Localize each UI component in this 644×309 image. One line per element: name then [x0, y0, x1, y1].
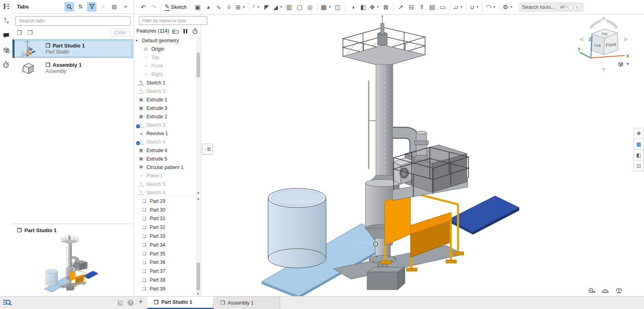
part-row-part-34[interactable]: ❏Part 34	[134, 241, 201, 249]
linear-pattern-button[interactable]: ▦▼	[320, 2, 332, 12]
add-tab-button[interactable]: +	[138, 297, 143, 306]
thicken-button[interactable]: ⊞▼	[234, 2, 247, 12]
feature-filter-input[interactable]	[139, 16, 207, 25]
feature-extrude-5[interactable]: ▣Extrude 5	[134, 154, 201, 163]
analytics-button[interactable]	[2, 61, 10, 69]
delete-face-button[interactable]: ⊟	[406, 2, 417, 12]
units-settings-button[interactable]: ◱	[118, 299, 123, 306]
feature-front[interactable]: ▱Front	[134, 62, 201, 70]
filter-part-studio-icon[interactable]: ❐	[17, 29, 22, 36]
draft-button[interactable]: ◢▼	[272, 2, 284, 12]
bottom-tab-assembly-1[interactable]: ❒Assembly 1	[214, 297, 280, 309]
suppress-rollback-button[interactable]	[182, 28, 188, 34]
versions-and-history-button[interactable]	[2, 3, 10, 11]
help-button[interactable]: ?	[128, 300, 134, 306]
bottom-tab-part-studio-1[interactable]: ❐Part Studio 1	[147, 297, 214, 309]
scrollbar-thumb[interactable]	[196, 262, 200, 290]
release-management-button[interactable]	[2, 47, 10, 55]
view-options-button[interactable]: ▼	[617, 60, 630, 68]
sweep-button[interactable]: ∿	[213, 2, 224, 12]
document-tab-part-studio-1[interactable]: ❐Part Studio 1Part Studio	[13, 39, 133, 58]
feature-sketch-4[interactable]: ✎–Sketch 4	[134, 138, 201, 146]
feature-sketch-6[interactable]: ✎Sketch 6	[134, 188, 201, 196]
offset-surface-button[interactable]: ▤	[427, 2, 438, 12]
curve-button[interactable]: ∪▼	[469, 2, 480, 12]
named-views-panel-button[interactable]: ◧	[634, 150, 644, 161]
hole-button[interactable]: ◎	[305, 2, 315, 12]
split-button[interactable]: ◧	[358, 2, 368, 12]
revolve-button[interactable]: ◕	[203, 2, 213, 12]
feature-extrude-3[interactable]: ▣Extrude 3	[134, 104, 201, 112]
document-search-button[interactable]	[2, 299, 12, 308]
undo-button[interactable]: ↶	[138, 2, 149, 12]
part-row-part-33[interactable]: ❏Part 33	[134, 232, 201, 241]
redo-button[interactable]: ↷	[149, 2, 159, 12]
plane-button[interactable]: ▱▼	[452, 2, 464, 12]
feature-circular-pattern-1[interactable]: ✽Circular pattern 1	[134, 163, 201, 171]
mirror-button[interactable]: ◫	[332, 2, 343, 12]
protractor-button[interactable]	[601, 287, 609, 294]
replace-face-button[interactable]: ⇑	[417, 2, 427, 12]
chamfer-button[interactable]: ◤	[262, 2, 272, 12]
scrollbar-thumb[interactable]	[196, 52, 200, 77]
sketch-button[interactable]: ✎Sketch	[163, 2, 188, 12]
part-row-part-30[interactable]: ❏Part 30	[134, 206, 201, 214]
fillet-button[interactable]: ◜▼	[251, 2, 262, 12]
part-row-part-36[interactable]: ❏Part 36	[134, 258, 201, 267]
filter-assembly-icon[interactable]: ❒	[28, 29, 33, 36]
display-states-panel-button[interactable]: ▦	[634, 139, 644, 150]
part-row-part-39[interactable]: ❏Part 39	[134, 284, 201, 293]
feature-plane-1[interactable]: ▱Plane 1	[134, 171, 201, 180]
scroll-down-arrow[interactable]: ▼	[196, 191, 200, 196]
graphics-viewport[interactable]: ⌄≣ Top Left Front	[201, 14, 644, 296]
tape-measure-button[interactable]	[588, 287, 596, 294]
move-face-button[interactable]: ↗	[396, 2, 406, 12]
search-tabs-input[interactable]	[15, 16, 130, 26]
custom-feature-button[interactable]: ⚙▼	[502, 2, 514, 12]
clear-filters-button[interactable]: Clear	[110, 29, 130, 37]
add-folder-button[interactable]	[172, 28, 179, 34]
feature-default-geometry[interactable]: ▾Default geometry	[134, 36, 201, 45]
tabs-panel-close-button[interactable]: ×	[121, 2, 130, 12]
document-tab-assembly-1[interactable]: ❒Assembly 1Assembly	[13, 59, 133, 77]
chevron-down-icon[interactable]: ▾	[136, 38, 140, 43]
loft-button[interactable]: ◊	[224, 2, 234, 12]
delete-part-button[interactable]: ⊠	[381, 2, 391, 12]
tab-list-view-button[interactable]: ≡	[98, 2, 108, 12]
boundary-surface-button[interactable]: ▭	[438, 2, 448, 12]
feature-origin[interactable]: ◎Origin	[134, 45, 201, 53]
part-row-part-29[interactable]: ❏Part 29	[134, 197, 201, 206]
feature-sketch-3[interactable]: ✎–Sketch 3	[134, 121, 201, 129]
tab-filter-toggle-button[interactable]	[87, 2, 97, 12]
tab-sort-button[interactable]: ⇅	[76, 2, 85, 12]
feature-extrude-1[interactable]: ▣Extrude 1	[134, 95, 201, 104]
feature-sketch-1[interactable]: ✎Sketch 1	[134, 78, 201, 87]
shell-button[interactable]: ▢	[294, 2, 305, 12]
mass-properties-button[interactable]	[615, 287, 623, 294]
extrude-button[interactable]: ▣	[192, 2, 203, 12]
comments-button[interactable]	[2, 32, 10, 40]
boolean-button[interactable]: ◑	[347, 2, 358, 12]
part-row-part-37[interactable]: ❏Part 37	[134, 267, 201, 276]
tab-search-toggle-button[interactable]	[64, 2, 74, 12]
create-version-button[interactable]: +	[2, 18, 10, 26]
feature-sketch-2[interactable]: ✎Sketch 2	[134, 87, 201, 95]
part-row-part-35[interactable]: ❏Part 35	[134, 249, 201, 258]
part-row-part-31[interactable]: ❏Part 31	[134, 214, 201, 223]
appearance-panel-button[interactable]: ❖	[634, 128, 644, 139]
feature-sketch-5[interactable]: ✎Sketch 5	[134, 180, 201, 188]
part-row-part-38[interactable]: ❏Part 38	[134, 276, 201, 284]
regeneration-time-button[interactable]	[192, 28, 198, 34]
search-tools-button[interactable]: Search tools... alt/⌥ c	[518, 2, 584, 12]
part-row-part-32[interactable]: ❏Part 32	[134, 223, 201, 232]
rib-button[interactable]: ▥	[284, 2, 294, 12]
feature-top[interactable]: ▱Top	[134, 53, 201, 62]
configurations-panel-button[interactable]: ⊡	[634, 161, 644, 171]
tab-detail-view-button[interactable]: ▤	[109, 2, 119, 12]
feature-list-toggle-button[interactable]: ⌄≣	[202, 144, 213, 154]
feature-extrude-2[interactable]: ▣Extrude 2	[134, 112, 201, 121]
feature-revolve-1[interactable]: ◕Revolve 1	[134, 129, 201, 138]
scroll-up-arrow[interactable]: ▲	[196, 196, 200, 201]
scroll-down-arrow[interactable]: ▼	[196, 292, 200, 296]
transform-button[interactable]: ✥▼	[368, 2, 381, 12]
